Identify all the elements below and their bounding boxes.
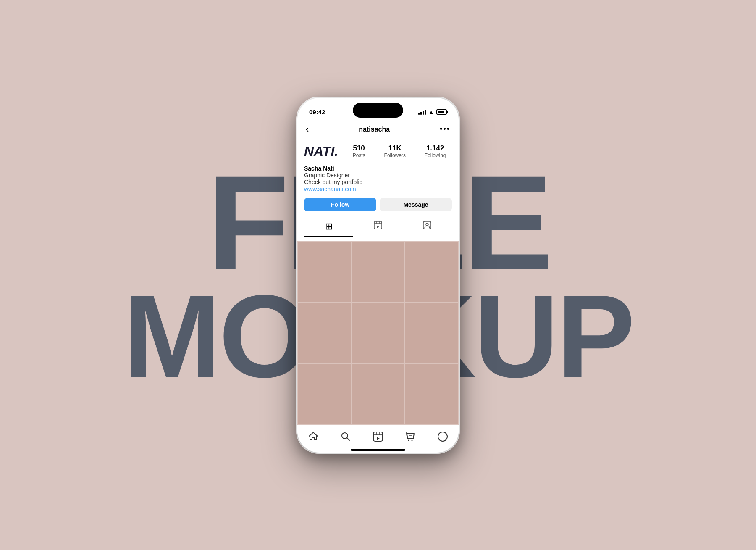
- nav-shop[interactable]: [399, 429, 422, 444]
- home-indicator: [351, 449, 405, 451]
- bio-name: Sacha Nati: [304, 165, 452, 172]
- nav-reels[interactable]: [367, 429, 389, 444]
- bio-text: Check out my portfolio: [304, 179, 452, 185]
- grid-cell-9: [405, 363, 459, 425]
- svg-point-5: [408, 439, 409, 441]
- tab-tagged[interactable]: [403, 216, 452, 237]
- profile-top: NATI. 510 Posts 11K Followers 1.142 Foll…: [304, 144, 452, 159]
- grid-cell-8: [351, 363, 405, 425]
- back-button[interactable]: ‹: [306, 124, 309, 135]
- grid-cell-6: [405, 302, 459, 363]
- grid-cell-1: [297, 241, 351, 303]
- action-buttons: Follow Message: [304, 198, 452, 211]
- bio-link[interactable]: www.sachanati.com: [304, 186, 356, 192]
- phone-mockup: 09:42 ▲ ‹: [296, 97, 460, 454]
- follow-button[interactable]: Follow: [304, 198, 376, 211]
- tagged-icon: [423, 221, 432, 232]
- svg-rect-0: [374, 221, 382, 229]
- phone-outer-shell: 09:42 ▲ ‹: [296, 97, 460, 454]
- grid-overlay: [297, 241, 459, 425]
- stat-item-1: 11K Followers: [384, 144, 406, 158]
- dynamic-island: [353, 103, 403, 118]
- bottom-navigation: [297, 425, 459, 446]
- status-time: 09:42: [309, 108, 325, 116]
- reels-icon: [373, 221, 383, 232]
- grid-cell-5: [351, 302, 405, 363]
- battery-icon: [436, 109, 447, 115]
- grid-cell-7: [297, 363, 351, 425]
- phone-content: ‹ natisacha ••• NATI. 510 Posts 11K F: [297, 121, 459, 453]
- grid-cell-3: [405, 241, 459, 303]
- phone-screen: 09:42 ▲ ‹: [297, 98, 459, 453]
- stat-number-2: 1.142: [425, 144, 446, 153]
- profile-stats: 510 Posts 11K Followers 1.142 Following: [346, 144, 452, 158]
- profile-logo: NATI.: [304, 144, 338, 159]
- tab-grid[interactable]: ⊞: [304, 216, 353, 237]
- stat-item-2: 1.142 Following: [425, 144, 446, 158]
- stat-label-0: Posts: [353, 153, 365, 158]
- ig-nav-bar: ‹ natisacha •••: [297, 121, 459, 137]
- stat-label-2: Following: [425, 153, 446, 158]
- profile-section: NATI. 510 Posts 11K Followers 1.142 Foll…: [297, 137, 459, 241]
- stat-item-0: 510 Posts: [353, 144, 365, 158]
- more-options-button[interactable]: •••: [440, 125, 450, 134]
- status-icons: ▲: [418, 109, 447, 115]
- svg-point-6: [411, 439, 412, 441]
- svg-rect-4: [373, 432, 383, 441]
- content-tabs: ⊞: [304, 216, 452, 237]
- profile-username-nav: natisacha: [359, 126, 390, 133]
- photo-grid: [297, 241, 459, 425]
- stat-label-1: Followers: [384, 153, 406, 158]
- nav-profile[interactable]: [431, 429, 454, 444]
- stat-number-0: 510: [353, 144, 365, 153]
- nav-search[interactable]: [334, 429, 357, 444]
- svg-point-7: [438, 432, 447, 441]
- nav-home[interactable]: [302, 429, 325, 444]
- bio-title: Graphic Designer: [304, 172, 452, 179]
- wifi-icon: ▲: [428, 109, 434, 115]
- grid-icon: ⊞: [325, 221, 333, 232]
- message-button[interactable]: Message: [380, 198, 452, 211]
- signal-icon: [418, 110, 426, 115]
- stat-number-1: 11K: [384, 144, 406, 153]
- grid-cell-4: [297, 302, 351, 363]
- svg-point-2: [426, 223, 428, 226]
- profile-bio: Sacha Nati Graphic Designer Check out my…: [304, 165, 452, 193]
- grid-cell-2: [351, 241, 405, 303]
- tab-reels[interactable]: [353, 216, 402, 237]
